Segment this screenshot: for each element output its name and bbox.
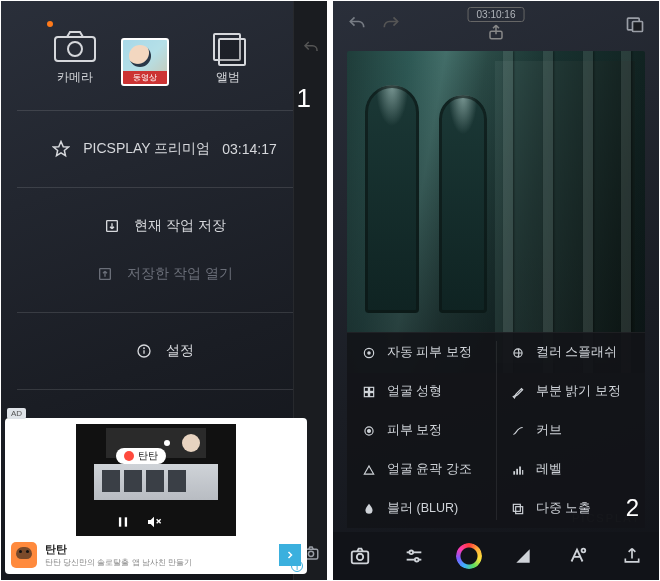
undo-icon <box>302 39 320 57</box>
svg-rect-23 <box>370 392 374 396</box>
editor-topbar: 03:10:16 <box>333 1 659 47</box>
svg-rect-22 <box>364 392 368 396</box>
divider <box>17 110 311 111</box>
open-work-row: 저장한 작업 열기 <box>1 250 327 298</box>
bottom-adjust-icon[interactable] <box>400 542 428 570</box>
compare-icon[interactable] <box>625 14 645 34</box>
tool-skin-correct[interactable]: 피부 보정 <box>347 411 496 450</box>
tool-label: 얼굴 성형 <box>387 383 442 400</box>
svg-rect-32 <box>516 506 523 513</box>
ad-app-icon <box>11 542 37 568</box>
svg-rect-29 <box>519 466 521 474</box>
svg-rect-11 <box>125 517 127 526</box>
tool-label: 부분 밝기 보정 <box>536 383 621 400</box>
svg-rect-30 <box>522 470 523 475</box>
svg-rect-20 <box>364 387 368 391</box>
tool-curves[interactable]: 커브 <box>496 411 645 450</box>
svg-marker-4 <box>54 142 69 156</box>
drop-icon <box>361 501 377 517</box>
tool-levels[interactable]: 레벨 <box>496 450 645 489</box>
tool-blur[interactable]: 블러 (BLUR) <box>347 489 496 528</box>
ad-title: 탄탄 <box>45 542 271 557</box>
tool-face-contour[interactable]: 얼굴 윤곽 강조 <box>347 450 496 489</box>
open-upload-icon <box>95 264 115 284</box>
settings-row[interactable]: 설정 <box>1 327 327 375</box>
svg-rect-28 <box>516 468 518 474</box>
ad-subtitle: 탄탄 당신만의 솔로탈출 앱 남사친 만들기 <box>45 557 271 568</box>
svg-point-25 <box>368 429 371 432</box>
star-icon <box>51 139 71 159</box>
bottom-color-ring-icon[interactable] <box>455 542 483 570</box>
tools-panel: 자동 피부 보정 컬러 스플래쉬 얼굴 성형 부분 밝기 보정 피부 보정 커브… <box>347 332 645 528</box>
svg-point-1 <box>308 551 313 556</box>
splash-icon <box>510 345 526 361</box>
undo-icon[interactable] <box>347 14 367 34</box>
bottom-export-icon[interactable] <box>618 542 646 570</box>
svg-point-18 <box>368 351 370 353</box>
premium-row[interactable]: PICSPLAY 프리미엄 03:14:17 <box>1 125 327 173</box>
target-icon <box>361 345 377 361</box>
recent-thumbnail[interactable]: 동영상 <box>121 38 169 86</box>
image-canvas[interactable] <box>347 51 645 373</box>
camera-icon <box>53 29 97 63</box>
ad-info-icon[interactable]: i <box>291 560 303 572</box>
tool-label: 컬러 스플래쉬 <box>536 344 617 361</box>
open-work-label: 저장한 작업 열기 <box>127 265 233 283</box>
album-icon <box>213 33 243 63</box>
ad-media: 탄탄 <box>76 424 236 536</box>
annotation-2: 2 <box>626 494 639 522</box>
svg-rect-21 <box>370 387 374 391</box>
save-work-label: 현재 작업 저장 <box>134 217 226 235</box>
svg-rect-2 <box>55 37 95 61</box>
tool-label: 커브 <box>536 422 562 439</box>
brush-icon <box>510 384 526 400</box>
tool-label: 블러 (BLUR) <box>387 500 458 517</box>
svg-rect-10 <box>119 517 121 526</box>
triangle-icon <box>361 462 377 478</box>
album-label: 앨범 <box>213 69 243 86</box>
info-icon <box>134 341 154 361</box>
tool-multi-exposure[interactable]: 다중 노출 <box>496 489 645 528</box>
screen-menu: 카메라 동영상 앨범 1 PICSPLAY 프리미엄 03:14:17 현재 작… <box>0 0 328 581</box>
camera-button[interactable]: 카메라 <box>47 29 103 86</box>
tool-label: 얼굴 윤곽 강조 <box>387 461 472 478</box>
svg-rect-16 <box>633 22 643 32</box>
svg-rect-31 <box>513 504 520 511</box>
annotation-1: 1 <box>297 83 311 114</box>
svg-point-34 <box>357 554 363 560</box>
save-work-row[interactable]: 현재 작업 저장 <box>1 202 327 250</box>
ad-pill: 탄탄 <box>116 448 166 464</box>
bottom-camera-icon[interactable] <box>346 542 374 570</box>
svg-point-9 <box>144 348 145 349</box>
svg-marker-26 <box>364 465 373 473</box>
svg-rect-27 <box>513 471 515 475</box>
tool-label: 다중 노출 <box>536 500 591 517</box>
tool-label: 레벨 <box>536 461 562 478</box>
layers-icon <box>510 501 526 517</box>
save-download-icon <box>102 216 122 236</box>
screen-editor: 03:10:16 PICSPLAY 자동 피부 보정 컬러 스플래쉬 얼굴 성형 <box>332 0 660 581</box>
premium-time: 03:14:17 <box>222 141 277 157</box>
settings-label: 설정 <box>166 342 194 360</box>
tool-local-brightness[interactable]: 부분 밝기 보정 <box>496 372 645 411</box>
tool-face-shape[interactable]: 얼굴 성형 <box>347 372 496 411</box>
redo-icon[interactable] <box>381 14 401 34</box>
tool-label: 자동 피부 보정 <box>387 344 472 361</box>
svg-point-37 <box>410 551 414 555</box>
tool-auto-skin[interactable]: 자동 피부 보정 <box>347 333 496 372</box>
bottom-crop-icon[interactable] <box>509 542 537 570</box>
divider <box>17 312 311 313</box>
album-button[interactable]: 앨범 <box>213 33 243 86</box>
bottom-text-icon[interactable] <box>563 542 591 570</box>
ad-video-controls <box>116 514 162 530</box>
divider <box>17 389 311 390</box>
divider <box>17 187 311 188</box>
svg-point-38 <box>415 558 419 562</box>
bottom-toolbar <box>333 532 659 580</box>
share-icon[interactable] <box>487 23 505 41</box>
curve-icon <box>510 423 526 439</box>
ad-card[interactable]: AD 탄탄 탄탄 탄탄 당신만의 솔로탈출 앱 남사친 만들기 i <box>5 418 307 574</box>
tool-color-splash[interactable]: 컬러 스플래쉬 <box>496 333 645 372</box>
premium-label: PICSPLAY 프리미엄 <box>83 140 210 158</box>
camera-label: 카메라 <box>47 69 103 86</box>
